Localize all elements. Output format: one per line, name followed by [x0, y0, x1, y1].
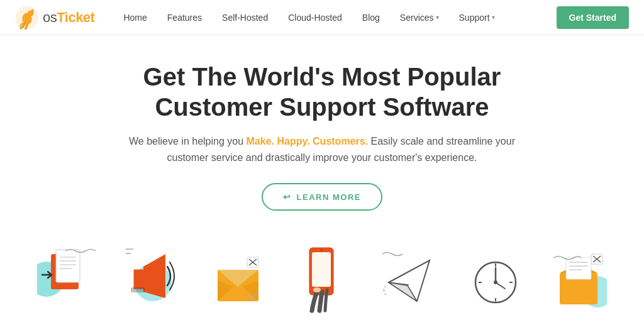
navbar: osTicket Home Features Self-Hosted Cloud… — [0, 0, 644, 35]
logo[interactable]: osTicket — [15, 6, 94, 30]
icon-megaphone — [125, 245, 178, 314]
hero-heading: Get The World's Most Popular Customer Su… — [13, 62, 631, 122]
icon-document — [37, 245, 87, 314]
icon-envelope — [214, 254, 262, 314]
learn-more-button[interactable]: ↩ LEARN MORE — [262, 183, 382, 211]
hero-description: We believe in helping you Make. Happy. C… — [127, 133, 517, 165]
logo-text: osTicket — [43, 9, 94, 26]
svg-rect-22 — [312, 252, 331, 287]
nav-item-services[interactable]: Services ▾ — [391, 8, 448, 28]
nav-item-self-hosted[interactable]: Self-Hosted — [213, 8, 277, 28]
svg-point-3 — [31, 9, 34, 13]
svg-rect-6 — [56, 250, 80, 282]
svg-line-27 — [384, 290, 386, 295]
icon-mobile — [298, 245, 345, 314]
hero-section: Get The World's Most Popular Customer Su… — [0, 35, 644, 226]
logo-kangaroo-icon — [15, 6, 39, 30]
icon-clock — [472, 254, 519, 314]
svg-point-31 — [494, 280, 497, 284]
nav-item-home[interactable]: Home — [114, 8, 155, 28]
nav-links: Home Features Self-Hosted Cloud-Hosted B… — [114, 8, 556, 28]
svg-point-24 — [313, 287, 321, 292]
svg-point-23 — [320, 249, 323, 252]
svg-rect-12 — [131, 287, 145, 292]
illustration-strip — [0, 226, 644, 314]
nav-item-blog[interactable]: Blog — [353, 8, 389, 28]
nav-item-support[interactable]: Support ▾ — [450, 8, 504, 28]
services-dropdown-icon: ▾ — [436, 14, 439, 21]
support-dropdown-icon: ▾ — [492, 14, 495, 21]
get-started-button[interactable]: Get Started — [557, 6, 629, 29]
nav-item-features[interactable]: Features — [158, 8, 211, 28]
nav-item-cloud-hosted[interactable]: Cloud-Hosted — [279, 8, 351, 28]
svg-line-26 — [384, 286, 386, 290]
icon-open-envelope — [557, 251, 607, 314]
learn-more-arrow-icon: ↩ — [283, 192, 292, 202]
icon-paper-plane — [382, 251, 436, 314]
